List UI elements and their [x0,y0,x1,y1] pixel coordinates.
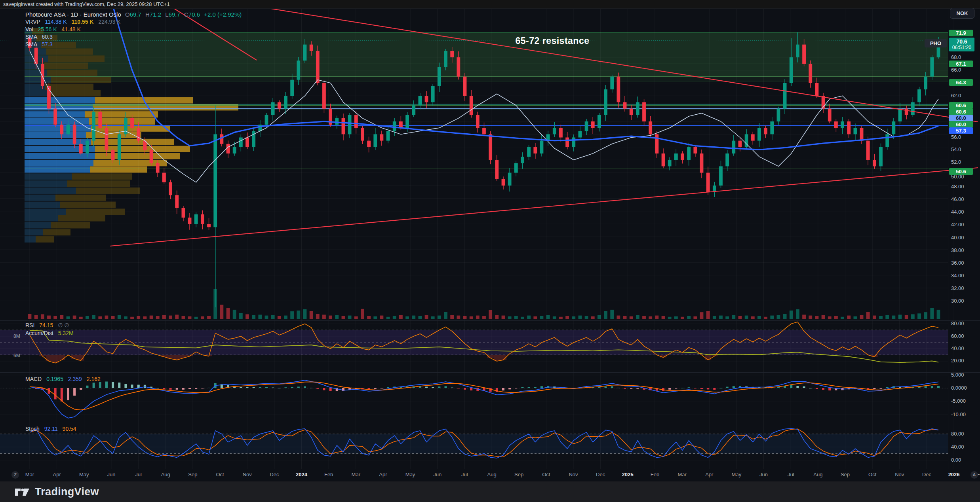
symbol-title-row[interactable]: Photocure ASA · 1D · Euronext Oslo O69.7… [25,11,242,18]
volume-bar [386,317,390,319]
candle [636,102,639,115]
volume-bar [898,315,902,319]
scale-tick: 38.00 [951,247,964,253]
time-axis-label: Sep [841,472,850,477]
volume-legend-row[interactable]: Vol 25.56 K 41.48 K [25,26,242,33]
auto-scale-button[interactable]: A [970,471,978,479]
tradingview-chart-window: savepiginvest created with TradingView.c… [0,0,980,502]
volume-bar [130,317,134,319]
time-axis-label: Nov [243,472,252,477]
vp-bar-blue [25,180,67,187]
time-axis-label: Jun [759,472,768,477]
volume-bar [226,308,230,319]
time-axis-label: Mar [352,472,360,477]
accdist-legend-row[interactable]: Accum/Dist 5.32M [25,330,74,336]
volume-bar [105,316,108,319]
candle [777,109,780,121]
volume-bar [578,316,582,319]
tradingview-logo-icon[interactable] [14,486,30,497]
candle [181,208,185,218]
candle [92,112,95,141]
volume-bar [310,311,313,319]
time-axis-label: Aug [813,472,822,477]
scale-tick: -10.00 [951,411,966,417]
scale-tick: 40.00 [951,345,964,351]
candle [201,214,204,224]
sma2-legend-row[interactable]: SMA 57.3 [25,41,242,48]
candle [310,45,313,51]
stoch-d-value: 90.54 [59,426,76,432]
chart-legend: Photocure ASA · 1D · Euronext Oslo O69.7… [25,11,242,48]
stoch-legend-row[interactable]: Stoch 92.11 90.54 [25,426,76,432]
volume-bar [783,314,787,319]
volume-bar [156,316,160,319]
volume-bar [207,316,211,319]
volume-bar [201,316,204,319]
scale-tick: 62.0 [951,93,961,99]
vp-bar-blue [25,229,43,235]
volume-bar [361,309,364,319]
volume-bar [213,289,217,319]
macd-legend-row[interactable]: MACD 0.1965 2.359 2.162 [25,376,101,382]
volume-bar [450,315,454,319]
macd-pane [0,380,948,418]
sma1-legend-row[interactable]: SMA 60.3 [25,33,242,41]
candle [386,131,390,140]
volume-bar [348,316,352,319]
candle [207,224,211,227]
candle [290,80,294,96]
vp-bar-blue [25,90,48,97]
volume-bar [495,315,499,319]
candle [572,138,575,147]
currency-button[interactable]: NOK [950,8,974,19]
candle [764,128,767,134]
candle [892,121,895,134]
candle [860,128,864,140]
price-label: 60.6 [949,108,973,115]
candle [271,102,275,115]
volume-bar [278,316,281,319]
price-label: 67.1 [949,61,973,67]
current-price-label[interactable]: 70.6 06:51:20 [949,38,974,51]
volume-bar [290,311,294,319]
chart-canvas[interactable] [0,0,980,502]
candle [367,141,371,147]
resistance-annotation[interactable]: 65-72 resistance [489,36,616,46]
vp-bar-yellow [91,139,174,145]
macd-line-value: 2.359 [65,376,82,382]
candle [905,109,908,115]
close-label: C [182,11,188,18]
open-label: O [123,11,130,18]
candle [399,121,403,128]
volume-bar [425,315,428,319]
candle [130,118,134,128]
volume-bar [546,315,550,319]
vrvp-legend-row[interactable]: VRVP 114.38 K 110.55 K 224.93 K [25,18,242,26]
sma2-value: 57.3 [38,41,52,47]
vp-bar-blue [25,222,51,228]
vp-bar-blue [25,104,93,110]
volume-bar [239,313,243,319]
time-axis-label: Jun [433,472,441,477]
scale-tick: 52.0 [951,159,961,165]
vp-bar-blue [25,188,76,194]
stoch-label: Stoch [25,426,40,432]
volume-bar [514,316,518,319]
volume-bar [713,316,716,319]
close-value: 70.6 [188,11,200,18]
scale-tick: 44.00 [951,209,964,215]
candle [738,141,742,147]
candle [527,147,531,157]
tradingview-brand[interactable]: TradingView [35,486,99,498]
volume-bar [150,316,153,319]
candle [751,134,755,140]
vp-bar-yellow [51,77,111,83]
rsi-legend-row[interactable]: RSI 74.15 ∅ ∅ [25,322,69,328]
volume-bar [463,316,467,319]
volume-bar [879,316,883,319]
candle [604,89,607,115]
time-axis-label: Oct [542,472,550,477]
timezone-button[interactable]: Z [11,471,19,479]
candle [118,134,121,160]
candle [79,144,83,153]
